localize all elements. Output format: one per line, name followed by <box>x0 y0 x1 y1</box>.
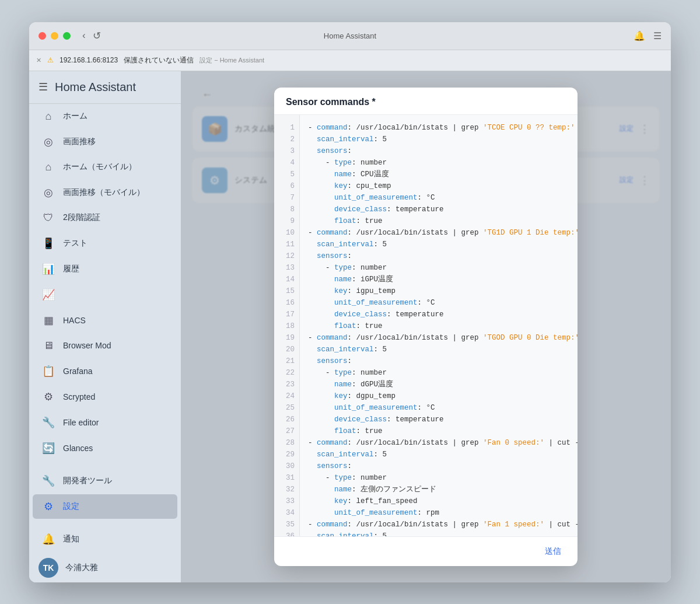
sidebar: ☰ Home Assistant ⌂ ホーム ◎ 画面推移 ⌂ ホーム（モバイル… <box>29 71 181 582</box>
sidebar-item-glances[interactable]: 🔄 Glances <box>33 436 177 460</box>
modal-overlay: Sensor commands * 1234567891011121314151… <box>181 71 671 582</box>
notification-icon: 🔔 <box>42 533 55 546</box>
code-line: sensors: <box>308 145 569 157</box>
security-warning-icon: ⚠ <box>47 56 54 64</box>
glances-icon: 🔄 <box>42 442 55 455</box>
sidebar-item-history[interactable]: 📊 履歴 <box>33 257 177 281</box>
code-line: name: dGPU温度 <box>308 379 569 390</box>
modal-footer: 送信 <box>274 536 578 566</box>
sidebar-item-test-label: テスト <box>63 238 88 249</box>
menu-icon[interactable]: ☰ <box>653 30 662 41</box>
code-line: unit_of_measurement: rpm <box>308 507 569 519</box>
sidebar-item-file-editor[interactable]: 🔧 File editor <box>33 410 177 435</box>
minimize-button[interactable] <box>51 32 58 40</box>
sidebar-item-overview[interactable]: ◎ 画面推移 <box>33 130 177 154</box>
user-name: 今浦大雅 <box>65 563 98 573</box>
hacs-icon: ▦ <box>42 314 55 327</box>
sidebar-header: ☰ Home Assistant <box>29 71 181 104</box>
code-line: device_class: temperature <box>308 309 569 320</box>
code-line: - type: number <box>308 472 569 484</box>
code-line: float: true <box>308 215 569 227</box>
shield-icon: 🛡 <box>42 212 55 224</box>
code-line: key: igpu_temp <box>308 285 569 297</box>
content-area: ← 📦 カスタム統合 設定 ⋮ ⚙ <box>181 71 671 582</box>
notifications-icon[interactable]: 🔔 <box>634 30 645 41</box>
refresh-button[interactable]: ↺ <box>93 30 101 42</box>
sidebar-item-grafana-label: Grafana <box>63 366 93 376</box>
sidebar-item-grafana[interactable]: 📋 Grafana <box>33 359 177 383</box>
modal-body[interactable]: 1234567891011121314151617181920212223242… <box>274 115 578 536</box>
sidebar-item-hacs-label: HACS <box>63 316 86 325</box>
code-line: - command: /usr/local/bin/istats | grep … <box>308 332 569 344</box>
titlebar-actions: 🔔 ☰ <box>634 30 662 41</box>
sidebar-item-home-label: ホーム <box>63 111 88 121</box>
sidebar-item-test[interactable]: 📱 テスト <box>33 231 177 256</box>
code-content[interactable]: - command: /usr/local/bin/istats | grep … <box>300 115 578 536</box>
window-title: Home Assistant <box>324 32 376 40</box>
sidebar-item-overview-mobile[interactable]: ◎ 画面推移（モバイル） <box>33 180 177 205</box>
file-editor-icon: 🔧 <box>42 416 55 429</box>
sidebar-item-stats[interactable]: 📈 <box>33 282 177 307</box>
dev-tools-icon: 🔧 <box>42 474 55 487</box>
sidebar-item-2fa-label: 2段階認証 <box>63 212 100 223</box>
sidebar-item-overview-label: 画面推移 <box>63 137 96 147</box>
overview-mobile-icon: ◎ <box>42 186 55 199</box>
code-line: sensors: <box>308 355 569 367</box>
code-line: unit_of_measurement: °C <box>308 402 569 414</box>
traffic-lights <box>38 32 71 40</box>
sidebar-item-history-label: 履歴 <box>63 264 79 274</box>
sidebar-item-settings[interactable]: ⚙ 設定 <box>33 494 177 519</box>
sidebar-item-glances-label: Glances <box>63 444 93 453</box>
addressbar: ✕ ⚠ 192.168.1.66:8123 保護されていない通信 設定 − Ho… <box>29 50 671 71</box>
code-line: - command: /usr/local/bin/istats | grep … <box>308 122 569 134</box>
code-line: - command: /usr/local/bin/istats | grep … <box>308 227 569 239</box>
code-line: device_class: temperature <box>308 414 569 425</box>
fullscreen-button[interactable] <box>63 32 71 40</box>
sidebar-item-file-editor-label: File editor <box>63 418 99 427</box>
grafana-icon: 📋 <box>42 365 55 378</box>
code-line: device_class: temperature <box>308 204 569 215</box>
code-line: sensors: <box>308 250 569 262</box>
modal-title: Sensor commands * <box>286 97 376 107</box>
browser-window: ‹ ↺ Home Assistant 🔔 ☰ ✕ ⚠ 192.168.1.66:… <box>29 22 671 582</box>
user-profile[interactable]: TK 今浦大雅 <box>29 552 181 582</box>
sidebar-item-notifications[interactable]: 🔔 通知 <box>33 527 177 551</box>
sidebar-item-browser-mod[interactable]: 🖥 Browser Mod <box>33 334 177 358</box>
send-button[interactable]: 送信 <box>540 544 566 559</box>
line-numbers: 1234567891011121314151617181920212223242… <box>274 115 300 536</box>
code-line: scan_interval: 5 <box>308 344 569 355</box>
security-label: 保護されていない通信 <box>124 55 194 65</box>
sidebar-item-notifications-label: 通知 <box>63 534 79 544</box>
sidebar-item-dev-tools[interactable]: 🔧 開発者ツール <box>33 469 177 493</box>
code-line: name: 左側のファンスピード <box>308 484 569 495</box>
sidebar-item-2fa[interactable]: 🛡 2段階認証 <box>33 206 177 230</box>
sidebar-item-hacs[interactable]: ▦ HACS <box>33 308 177 333</box>
sidebar-item-scrypted[interactable]: ⚙ Scrypted <box>33 385 177 409</box>
code-line: - type: number <box>308 367 569 379</box>
page-subtitle: 設定 − Home Assistant <box>200 56 264 65</box>
code-line: key: dgpu_temp <box>308 390 569 402</box>
address-url[interactable]: 192.168.1.66:8123 <box>60 56 118 64</box>
sidebar-item-dev-tools-label: 開発者ツール <box>63 476 112 486</box>
code-line: float: true <box>308 320 569 332</box>
tab-close-button[interactable]: ✕ <box>36 57 41 64</box>
close-button[interactable] <box>38 32 46 40</box>
code-line: scan_interval: 5 <box>308 530 569 536</box>
stats-icon: 📈 <box>42 288 55 301</box>
sidebar-item-settings-label: 設定 <box>63 501 79 512</box>
sidebar-item-home-mobile[interactable]: ⌂ ホーム（モバイル） <box>33 155 177 179</box>
sidebar-item-home[interactable]: ⌂ ホーム <box>33 104 177 128</box>
home-mobile-icon: ⌂ <box>42 161 55 173</box>
code-line: name: CPU温度 <box>308 169 569 180</box>
main-content: ☰ Home Assistant ⌂ ホーム ◎ 画面推移 ⌂ ホーム（モバイル… <box>29 71 671 582</box>
modal-header: Sensor commands * <box>274 88 578 115</box>
browser-mod-icon: 🖥 <box>42 340 55 352</box>
code-line: sensors: <box>308 460 569 472</box>
code-line: - type: number <box>308 262 569 274</box>
sidebar-item-home-mobile-label: ホーム（モバイル） <box>63 162 136 172</box>
sidebar-menu-icon[interactable]: ☰ <box>38 81 48 93</box>
back-button[interactable]: ‹ <box>82 30 86 42</box>
scrypted-icon: ⚙ <box>42 390 55 403</box>
sidebar-item-browser-mod-label: Browser Mod <box>63 341 111 350</box>
code-line: unit_of_measurement: °C <box>308 297 569 309</box>
